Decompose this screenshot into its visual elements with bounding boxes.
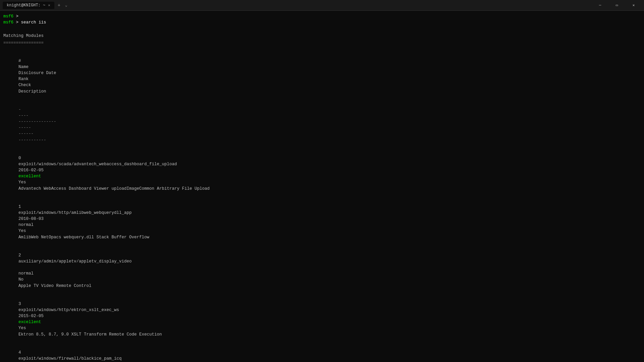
prompt-line-1: msf6 >: [3, 13, 641, 19]
blank-line-2: [3, 46, 641, 52]
prompt-text-1: msf6: [3, 14, 13, 19]
minimize-button[interactable]: ─: [592, 2, 608, 9]
column-headers: # Name Disclosure Date Rank Check Descri…: [3, 52, 641, 101]
table-row: 2 auxiliary/admin/appletv/appletv_displa…: [3, 246, 641, 295]
titlebar: knight@KNIGHT: ~ ✕ + ⌄ ─ ▭ ✕: [0, 0, 644, 11]
column-dividers: - ---- --------------- ----- ------ ----…: [3, 101, 641, 149]
tab-close-button[interactable]: ✕: [48, 3, 50, 7]
prompt-line-2: msf6 > search iis: [3, 19, 641, 25]
tab-dropdown[interactable]: ⌄: [65, 3, 67, 8]
table-row: 4 exploit/windows/firewall/blackice_pam_…: [3, 344, 641, 362]
terminal-window: knight@KNIGHT: ~ ✕ + ⌄ ─ ▭ ✕ msf6 > msf6…: [0, 0, 644, 362]
terminal-tab[interactable]: knight@KNIGHT: ~ ✕: [3, 2, 54, 9]
close-button[interactable]: ✕: [626, 2, 641, 9]
blank-line-1: [3, 25, 641, 32]
table-row: 3 exploit/windows/http/ektron_xslt_exec_…: [3, 295, 641, 344]
table-row: 0 exploit/windows/scada/advantech_webacc…: [3, 149, 641, 198]
tab-label: knight@KNIGHT: ~: [7, 3, 45, 8]
section-header: Matching Modules: [3, 33, 641, 39]
prompt-text-2: msf6: [3, 20, 13, 25]
terminal-content: msf6 > msf6 > search iis Matching Module…: [0, 11, 644, 362]
section-divider: ================: [3, 40, 641, 46]
window-controls: ─ ▭ ✕: [592, 2, 641, 9]
maximize-button[interactable]: ▭: [609, 2, 625, 9]
table-row: 1 exploit/windows/http/amlibweb_webquery…: [3, 198, 641, 246]
new-tab-button[interactable]: +: [54, 1, 64, 10]
